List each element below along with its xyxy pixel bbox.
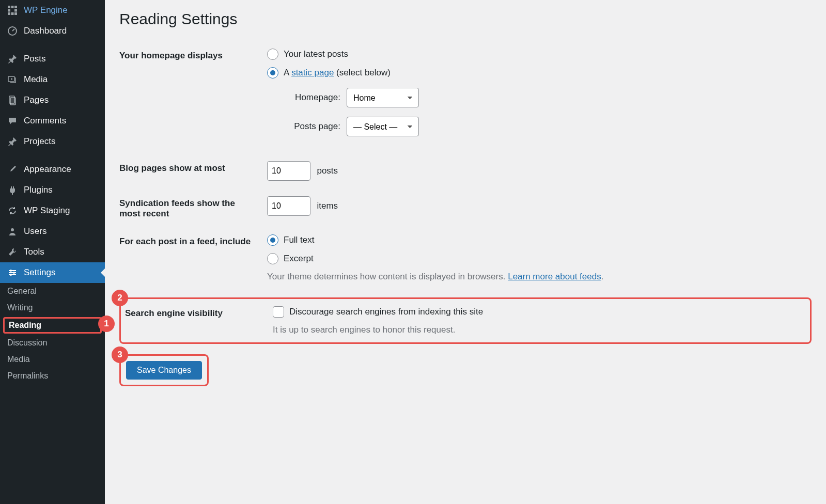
menu-label: WP Engine (24, 5, 68, 15)
blog-pages-suffix: posts (317, 166, 338, 176)
pin-icon (7, 54, 18, 64)
sev-description: It is up to search engines to honor this… (273, 325, 806, 335)
menu-label: Plugins (24, 185, 53, 195)
radio-static-page[interactable]: A static page (select below) (267, 67, 812, 78)
svg-rect-4 (14, 9, 17, 12)
menu-label: Comments (24, 116, 66, 126)
menu-label: Settings (24, 267, 55, 278)
wrench-icon (7, 247, 18, 257)
blog-pages-label: Blog pages show at most (119, 161, 267, 174)
menu-appearance[interactable]: Appearance (0, 159, 105, 180)
menu-plugins[interactable]: Plugins (0, 180, 105, 200)
static-page-link[interactable]: static page (291, 68, 334, 77)
svg-rect-11 (10, 98, 15, 105)
submenu-general[interactable]: General (0, 283, 105, 300)
pages-icon (7, 95, 18, 105)
svg-rect-3 (8, 9, 10, 12)
menu-pages[interactable]: Pages (0, 90, 105, 111)
menu-label: Dashboard (24, 26, 67, 36)
menu-wpstaging[interactable]: WP Staging (0, 200, 105, 221)
homepage-select[interactable]: Home (347, 88, 419, 107)
menu-label: Posts (24, 54, 46, 64)
submenu-label: Reading (9, 321, 41, 329)
radio-excerpt[interactable]: Excerpt (267, 253, 812, 264)
radio-icon[interactable] (267, 49, 278, 60)
blog-pages-row: Blog pages show at most posts (119, 161, 812, 181)
menu-label: WP Staging (24, 206, 70, 216)
syndication-suffix: items (317, 201, 338, 211)
svg-point-17 (13, 272, 15, 274)
svg-rect-2 (14, 6, 17, 8)
homepage-select-row: Homepage: Home (282, 88, 812, 107)
settings-submenu: General Writing Reading 1 Discussion Med… (0, 283, 105, 388)
homepage-displays-row: Your homepage displays Your latest posts… (119, 49, 812, 146)
menu-settings[interactable]: Settings (0, 262, 105, 283)
admin-sidebar: WP Engine Dashboard Posts Media Pages Co… (0, 0, 105, 504)
submenu-reading[interactable]: Reading 1 (3, 317, 102, 334)
menu-label: Pages (24, 95, 49, 105)
svg-rect-1 (11, 6, 14, 8)
menu-wpengine[interactable]: WP Engine (0, 0, 105, 21)
annotation-badge-3: 3 (112, 346, 128, 363)
menu-label: Appearance (24, 164, 71, 175)
svg-rect-0 (8, 6, 10, 8)
settings-icon (7, 267, 18, 278)
checkbox-icon[interactable] (273, 306, 284, 318)
svg-rect-7 (14, 12, 17, 15)
main-content: Reading Settings Your homepage displays … (105, 0, 826, 504)
sev-row: Search engine visibility Discourage sear… (121, 306, 810, 335)
page-title: Reading Settings (119, 10, 812, 28)
submenu-discussion[interactable]: Discussion (0, 335, 105, 351)
syndication-input[interactable] (267, 196, 310, 216)
menu-projects[interactable]: Projects (0, 131, 105, 152)
brush-icon (7, 164, 18, 175)
blog-pages-input[interactable] (267, 161, 310, 181)
homepage-displays-label: Your homepage displays (119, 49, 267, 61)
dashboard-icon (7, 26, 18, 36)
radio-icon[interactable] (267, 253, 278, 264)
search-engine-visibility-highlight: 2 Search engine visibility Discourage se… (119, 297, 812, 344)
radio-label: Excerpt (284, 254, 314, 264)
submenu-writing[interactable]: Writing (0, 300, 105, 316)
menu-comments[interactable]: Comments (0, 111, 105, 131)
user-icon (7, 226, 18, 237)
posts-page-select-label: Posts page: (282, 121, 340, 132)
feed-include-label: For each post in a feed, include (119, 234, 267, 247)
svg-point-12 (11, 228, 14, 231)
menu-label: Tools (24, 247, 44, 257)
checkbox-label: Discourage search engines from indexing … (289, 307, 483, 317)
media-icon (7, 74, 18, 85)
menu-users[interactable]: Users (0, 221, 105, 242)
submenu-media[interactable]: Media (0, 351, 105, 368)
svg-point-18 (10, 274, 12, 276)
save-button-highlight: 3 Save Changes (119, 354, 209, 386)
menu-label: Media (24, 74, 48, 85)
feed-include-row: For each post in a feed, include Full te… (119, 234, 812, 282)
menu-tools[interactable]: Tools (0, 242, 105, 262)
radio-icon[interactable] (267, 67, 278, 78)
menu-media[interactable]: Media (0, 69, 105, 90)
menu-dashboard[interactable]: Dashboard (0, 21, 105, 41)
sev-checkbox-option[interactable]: Discourage search engines from indexing … (273, 306, 806, 318)
learn-feeds-link[interactable]: Learn more about feeds (508, 272, 601, 281)
radio-full-text[interactable]: Full text (267, 234, 812, 246)
radio-latest-posts[interactable]: Your latest posts (267, 49, 812, 60)
menu-label: Users (24, 226, 46, 237)
sev-label: Search engine visibility (125, 306, 273, 319)
annotation-badge-2: 2 (112, 290, 128, 306)
annotation-badge-1: 1 (98, 316, 115, 332)
pin-icon (7, 136, 18, 147)
wpengine-icon (7, 5, 18, 15)
menu-posts[interactable]: Posts (0, 49, 105, 69)
submenu-permalinks[interactable]: Permalinks (0, 368, 105, 384)
plug-icon (7, 185, 18, 195)
homepage-select-label: Homepage: (282, 92, 340, 103)
feed-description: Your theme determines how content is dis… (267, 272, 812, 282)
radio-icon[interactable] (267, 234, 278, 246)
syndication-label: Syndication feeds show the most recent (119, 196, 267, 219)
refresh-icon (7, 206, 18, 216)
posts-page-select-row: Posts page: — Select — (282, 117, 812, 136)
save-changes-button[interactable]: Save Changes (126, 361, 202, 380)
comments-icon (7, 116, 18, 126)
posts-page-select[interactable]: — Select — (347, 117, 419, 136)
